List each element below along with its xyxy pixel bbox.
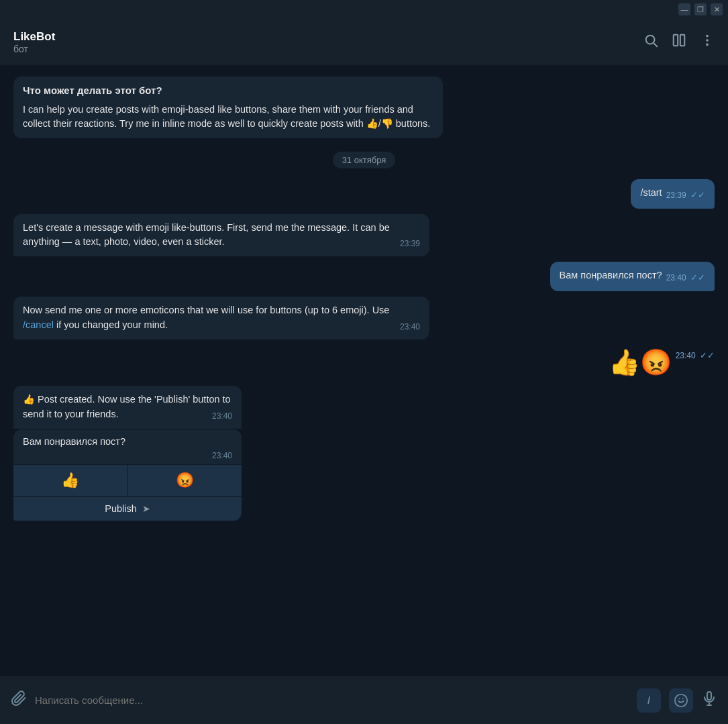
publish-label: Publish xyxy=(105,503,137,514)
bot-widget-row: 👍 Post created. Now use the 'Publish' bu… xyxy=(13,386,715,521)
user-post-bubble: Вам понравился пост? 23:40 ✓✓ xyxy=(550,262,715,291)
svg-point-5 xyxy=(706,39,709,42)
bot-msg1-text: Let's create a message with emoji like-b… xyxy=(23,222,390,248)
bot-msg1-row: Let's create a message with emoji like-b… xyxy=(13,214,715,257)
bot-msg2-time: 23:40 xyxy=(400,321,420,333)
welcome-title: Что может делать этот бот? xyxy=(23,83,433,99)
welcome-text: I can help you create posts with emoji-b… xyxy=(23,103,433,132)
publish-arrow-icon: ➤ xyxy=(142,503,150,514)
date-badge: 31 октября xyxy=(333,152,396,168)
post-created-time: 23:40 xyxy=(212,410,232,422)
checkmarks-emoji: ✓✓ xyxy=(700,350,715,360)
welcome-message-row: Что может делать этот бот? I can help yo… xyxy=(13,76,715,138)
header-actions xyxy=(643,33,715,51)
cancel-link[interactable]: /cancel xyxy=(23,319,54,330)
svg-rect-2 xyxy=(674,35,678,46)
user-emoji-text: 👍😡 xyxy=(609,348,672,376)
svg-line-1 xyxy=(654,43,657,46)
welcome-bubble: Что может делать этот бот? I can help yo… xyxy=(13,76,443,138)
commands-label: / xyxy=(647,694,650,706)
bot-msg2-row: Now send me one or more emoticons that w… xyxy=(13,297,715,340)
user-post-text: Вам понравился пост? xyxy=(560,270,662,280)
checkmarks-start: ✓✓ xyxy=(690,190,705,200)
user-start-time: 23:39 ✓✓ xyxy=(666,189,705,202)
bot-msg1-bubble: Let's create a message with emoji like-b… xyxy=(13,214,429,257)
user-post-row: Вам понравился пост? 23:40 ✓✓ xyxy=(13,262,715,291)
chat-area: Что может делать этот бот? I can help yo… xyxy=(0,66,728,676)
svg-point-7 xyxy=(675,694,687,706)
svg-point-6 xyxy=(706,44,709,46)
search-icon[interactable] xyxy=(643,33,658,51)
post-created-bubble: 👍 Post created. Now use the 'Publish' bu… xyxy=(13,386,242,429)
user-emoji-bubble: 👍😡 23:40 ✓✓ xyxy=(609,345,715,381)
date-divider: 31 октября xyxy=(13,152,715,168)
publish-button[interactable]: Publish ➤ xyxy=(13,497,242,521)
emoji-picker-icon[interactable] xyxy=(669,688,693,713)
inline-buttons-row: 👍 😡 xyxy=(13,464,242,496)
emoji-btn-angry[interactable]: 😡 xyxy=(128,465,242,496)
message-input[interactable] xyxy=(35,694,629,706)
user-emoji-time: 23:40 ✓✓ xyxy=(676,350,715,361)
user-start-bubble: /start 23:39 ✓✓ xyxy=(631,179,715,209)
maximize-button[interactable]: ❐ xyxy=(694,3,707,15)
svg-rect-3 xyxy=(680,35,684,46)
input-bar: / xyxy=(0,676,728,724)
columns-icon[interactable] xyxy=(672,33,686,51)
bot-msg2-text: Now send me one or more emoticons that w… xyxy=(23,305,389,330)
bot-msg1-time: 23:39 xyxy=(400,238,420,250)
bot-msg2-bubble: Now send me one or more emoticons that w… xyxy=(13,297,429,340)
widget-time: 23:40 xyxy=(212,451,232,460)
checkmarks-post: ✓✓ xyxy=(690,272,705,282)
svg-rect-10 xyxy=(707,692,711,700)
mic-icon[interactable] xyxy=(701,690,717,711)
bot-status: бот xyxy=(13,44,55,54)
widget-time-row: 23:40 xyxy=(13,451,242,464)
emoji-btn-thumbsup[interactable]: 👍 xyxy=(13,465,128,496)
user-emoji-row: 👍😡 23:40 ✓✓ xyxy=(13,345,715,381)
header-info: LikeBot бот xyxy=(13,30,55,54)
widget-question: Вам понравился пост? xyxy=(13,429,242,451)
close-button[interactable]: ✕ xyxy=(711,3,723,15)
minimize-button[interactable]: — xyxy=(678,3,690,15)
commands-icon[interactable]: / xyxy=(637,688,661,713)
attach-icon[interactable] xyxy=(11,690,27,711)
more-icon[interactable] xyxy=(700,33,715,51)
titlebar: — ❐ ✕ xyxy=(0,0,728,19)
user-start-text: /start xyxy=(640,187,662,198)
post-created-text: 👍 Post created. Now use the 'Publish' bu… xyxy=(23,394,231,419)
user-post-time: 23:40 ✓✓ xyxy=(666,271,705,285)
svg-point-4 xyxy=(706,35,709,38)
user-start-row: /start 23:39 ✓✓ xyxy=(13,179,715,209)
bot-name: LikeBot xyxy=(13,30,55,44)
chat-header: LikeBot бот xyxy=(0,19,728,66)
inline-widget: Вам понравился пост? 23:40 👍 😡 Publish ➤ xyxy=(13,429,242,521)
